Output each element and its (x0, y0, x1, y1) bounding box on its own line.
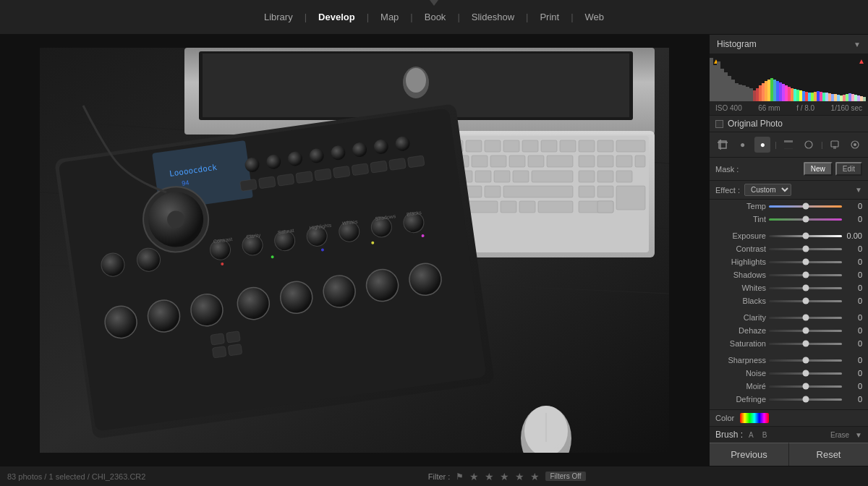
svg-rect-164 (756, 88, 759, 101)
svg-point-211 (854, 143, 856, 146)
nav-library[interactable]: Library (258, 9, 299, 25)
exposure-value: 0.00 (845, 231, 862, 240)
whites-slider[interactable] (769, 287, 842, 289)
svg-rect-77 (597, 186, 613, 197)
svg-rect-61 (579, 171, 595, 182)
sharpness-slider[interactable] (769, 359, 842, 362)
moire-value: 0 (845, 382, 862, 391)
erase-label[interactable]: Erase (830, 431, 849, 439)
histogram-chevron-icon[interactable]: ▼ (854, 40, 861, 48)
highlights-slider[interactable] (769, 261, 842, 263)
reset-button[interactable]: Reset (788, 443, 868, 466)
color-swatch[interactable] (740, 413, 769, 423)
moire-thumb[interactable] (802, 383, 809, 390)
tint-thumb[interactable] (802, 216, 809, 223)
iso-value: ISO 400 (715, 104, 742, 112)
svg-rect-29 (616, 140, 645, 152)
exposure-thumb[interactable] (802, 233, 809, 239)
right-panel: Histogram ▼ ▲ ▲ (709, 35, 868, 466)
clarity-slider[interactable] (769, 317, 842, 319)
svg-rect-190 (831, 94, 834, 101)
svg-rect-177 (793, 89, 796, 101)
star-1[interactable]: ★ (469, 471, 479, 482)
clarity-thumb[interactable] (802, 315, 809, 321)
svg-rect-186 (820, 92, 822, 101)
temp-thumb[interactable] (802, 203, 809, 210)
dehaze-thumb[interactable] (802, 328, 809, 334)
svg-rect-167 (765, 81, 767, 101)
contrast-slider[interactable] (769, 248, 842, 250)
brush-a-label[interactable]: A (749, 431, 754, 439)
graduated-filter-tool[interactable] (780, 137, 796, 153)
star-4[interactable]: ★ (515, 471, 524, 482)
adjustment-brush-tool[interactable]: ● (754, 137, 770, 153)
nav-web[interactable]: Web (579, 9, 610, 25)
saturation-thumb[interactable] (802, 341, 809, 347)
mask-edit-button[interactable]: Edit (835, 162, 862, 176)
dehaze-slider[interactable] (769, 330, 842, 332)
saturation-value: 0 (845, 339, 862, 348)
defringe-thumb[interactable] (802, 396, 809, 403)
svg-rect-174 (785, 85, 788, 101)
whites-slider-row: Whites 0 (710, 281, 868, 294)
svg-rect-154 (720, 69, 724, 101)
highlights-thumb[interactable] (802, 259, 809, 265)
temp-slider-row: Temp 0 (710, 200, 868, 213)
whites-thumb[interactable] (802, 285, 809, 291)
mask-new-button[interactable]: New (804, 162, 833, 176)
defringe-slider[interactable] (769, 398, 842, 401)
nav-slideshow[interactable]: Slideshow (466, 9, 520, 25)
brush-b-label[interactable]: B (762, 431, 767, 439)
original-photo-checkbox[interactable] (715, 120, 723, 128)
nav-map[interactable]: Map (375, 9, 404, 25)
contrast-thumb[interactable] (802, 246, 809, 252)
svg-rect-59 (513, 171, 529, 182)
svg-rect-168 (767, 80, 770, 101)
star-5[interactable]: ★ (530, 471, 540, 482)
exposure-slider[interactable] (769, 235, 842, 237)
sharpness-thumb[interactable] (802, 357, 809, 364)
svg-rect-45 (597, 155, 613, 167)
svg-rect-206 (784, 148, 793, 149)
effect-dropdown[interactable]: Custom (744, 184, 791, 196)
moire-slider-row: Moiré 0 (710, 380, 868, 393)
svg-rect-176 (791, 88, 793, 101)
tint-slider[interactable] (769, 218, 842, 221)
saturation-slider[interactable] (769, 343, 842, 345)
healing-tool[interactable]: ● (735, 137, 751, 153)
nav-print[interactable]: Print (534, 9, 565, 25)
nav-book[interactable]: Book (419, 9, 452, 25)
blacks-thumb[interactable] (802, 298, 809, 304)
saturation-label: Saturation (715, 339, 766, 348)
defringe-label: Defringe (715, 395, 766, 404)
noise-slider[interactable] (769, 372, 842, 375)
moire-slider[interactable] (769, 385, 842, 388)
svg-rect-22 (485, 140, 501, 152)
crop-tool[interactable] (715, 137, 731, 153)
temp-slider[interactable] (769, 205, 842, 208)
device-icon[interactable] (827, 137, 843, 153)
star-2[interactable]: ★ (485, 471, 494, 482)
shadows-thumb[interactable] (802, 272, 809, 278)
svg-rect-85 (538, 201, 573, 213)
nav-develop[interactable]: Develop (312, 9, 361, 25)
svg-rect-195 (846, 94, 848, 101)
svg-rect-180 (802, 91, 805, 101)
svg-rect-44 (579, 155, 595, 167)
svg-rect-43 (547, 155, 573, 167)
contrast-slider-row: Contrast 0 (710, 242, 868, 255)
shadows-slider[interactable] (769, 274, 842, 276)
histogram-header[interactable]: Histogram ▼ (710, 35, 868, 54)
tool-sep2: | (821, 141, 823, 149)
previous-button[interactable]: Previous (710, 443, 788, 466)
blacks-slider[interactable] (769, 300, 842, 302)
shutter-speed: 1/160 sec (831, 104, 862, 112)
filters-off-badge[interactable]: Filters Off (545, 472, 585, 481)
settings-icon[interactable] (847, 137, 863, 153)
brush-panel-arrow[interactable]: ▼ (855, 431, 862, 439)
svg-rect-189 (828, 93, 831, 101)
svg-text:94: 94 (182, 179, 190, 187)
star-3[interactable]: ★ (500, 471, 509, 482)
radial-filter-tool[interactable] (801, 137, 817, 153)
noise-thumb[interactable] (802, 370, 809, 377)
